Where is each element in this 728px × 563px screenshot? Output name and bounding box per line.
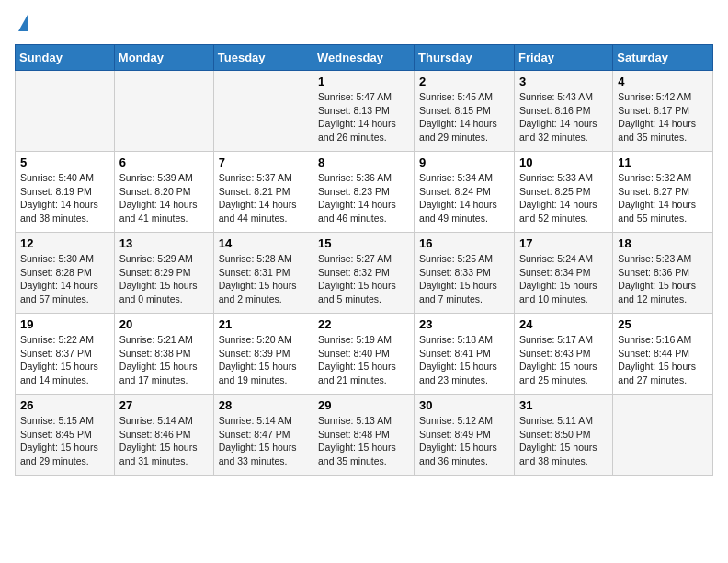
- day-info: Sunrise: 5:12 AM Sunset: 8:49 PM Dayligh…: [419, 414, 509, 468]
- header-saturday: Saturday: [613, 45, 713, 71]
- day-number: 17: [519, 236, 608, 250]
- calendar-cell: 24Sunrise: 5:17 AM Sunset: 8:43 PM Dayli…: [514, 314, 612, 395]
- calendar-cell: 21Sunrise: 5:20 AM Sunset: 8:39 PM Dayli…: [213, 314, 313, 395]
- day-number: 20: [119, 317, 209, 331]
- day-number: 31: [519, 398, 608, 412]
- day-number: 25: [618, 317, 708, 331]
- day-info: Sunrise: 5:19 AM Sunset: 8:40 PM Dayligh…: [318, 333, 409, 387]
- day-info: Sunrise: 5:28 AM Sunset: 8:31 PM Dayligh…: [219, 252, 308, 306]
- calendar-cell: [213, 71, 313, 152]
- calendar-cell: 4Sunrise: 5:42 AM Sunset: 8:17 PM Daylig…: [613, 71, 713, 152]
- day-number: 15: [318, 236, 409, 250]
- calendar-cell: 25Sunrise: 5:16 AM Sunset: 8:44 PM Dayli…: [613, 314, 713, 395]
- calendar-cell: 3Sunrise: 5:43 AM Sunset: 8:16 PM Daylig…: [514, 71, 612, 152]
- day-number: 9: [419, 155, 509, 169]
- day-info: Sunrise: 5:11 AM Sunset: 8:50 PM Dayligh…: [519, 414, 608, 468]
- calendar-cell: 11Sunrise: 5:32 AM Sunset: 8:27 PM Dayli…: [613, 152, 713, 233]
- day-number: 24: [519, 317, 608, 331]
- day-info: Sunrise: 5:43 AM Sunset: 8:16 PM Dayligh…: [519, 90, 608, 144]
- day-number: 28: [219, 398, 308, 412]
- day-info: Sunrise: 5:21 AM Sunset: 8:38 PM Dayligh…: [119, 333, 209, 387]
- header-sunday: Sunday: [16, 45, 115, 71]
- day-info: Sunrise: 5:37 AM Sunset: 8:21 PM Dayligh…: [219, 171, 308, 225]
- day-number: 16: [419, 236, 509, 250]
- header-tuesday: Tuesday: [213, 45, 313, 71]
- day-info: Sunrise: 5:27 AM Sunset: 8:32 PM Dayligh…: [318, 252, 409, 306]
- day-number: 4: [618, 75, 708, 88]
- calendar-cell: 7Sunrise: 5:37 AM Sunset: 8:21 PM Daylig…: [213, 152, 313, 233]
- day-info: Sunrise: 5:36 AM Sunset: 8:23 PM Dayligh…: [318, 171, 409, 225]
- day-number: 14: [219, 236, 308, 250]
- day-info: Sunrise: 5:29 AM Sunset: 8:29 PM Dayligh…: [119, 252, 209, 306]
- day-info: Sunrise: 5:33 AM Sunset: 8:25 PM Dayligh…: [519, 171, 608, 225]
- day-number: 6: [119, 155, 209, 169]
- header-wednesday: Wednesday: [313, 45, 415, 71]
- week-row-1: 1Sunrise: 5:47 AM Sunset: 8:13 PM Daylig…: [16, 71, 713, 152]
- day-info: Sunrise: 5:25 AM Sunset: 8:33 PM Dayligh…: [419, 252, 509, 306]
- day-info: Sunrise: 5:42 AM Sunset: 8:17 PM Dayligh…: [618, 90, 708, 144]
- calendar-cell: 15Sunrise: 5:27 AM Sunset: 8:32 PM Dayli…: [313, 233, 415, 314]
- calendar-cell: 23Sunrise: 5:18 AM Sunset: 8:41 PM Dayli…: [415, 314, 515, 395]
- calendar-cell: 28Sunrise: 5:14 AM Sunset: 8:47 PM Dayli…: [213, 395, 313, 476]
- day-number: 7: [219, 155, 308, 169]
- day-info: Sunrise: 5:15 AM Sunset: 8:45 PM Dayligh…: [20, 414, 109, 468]
- day-info: Sunrise: 5:39 AM Sunset: 8:20 PM Dayligh…: [119, 171, 209, 225]
- day-info: Sunrise: 5:30 AM Sunset: 8:28 PM Dayligh…: [20, 252, 109, 306]
- day-info: Sunrise: 5:22 AM Sunset: 8:37 PM Dayligh…: [20, 333, 109, 387]
- page-header: [15, 15, 713, 33]
- calendar-cell: 2Sunrise: 5:45 AM Sunset: 8:15 PM Daylig…: [415, 71, 515, 152]
- calendar-cell: 22Sunrise: 5:19 AM Sunset: 8:40 PM Dayli…: [313, 314, 415, 395]
- logo-triangle-icon: [18, 15, 28, 31]
- calendar-cell: 10Sunrise: 5:33 AM Sunset: 8:25 PM Dayli…: [514, 152, 612, 233]
- calendar-cell: 6Sunrise: 5:39 AM Sunset: 8:20 PM Daylig…: [114, 152, 213, 233]
- day-info: Sunrise: 5:34 AM Sunset: 8:24 PM Dayligh…: [419, 171, 509, 225]
- day-number: 21: [219, 317, 308, 331]
- calendar-cell: [613, 395, 713, 476]
- calendar-cell: [16, 71, 115, 152]
- calendar-cell: 5Sunrise: 5:40 AM Sunset: 8:19 PM Daylig…: [16, 152, 115, 233]
- calendar-cell: 1Sunrise: 5:47 AM Sunset: 8:13 PM Daylig…: [313, 71, 415, 152]
- calendar-cell: 8Sunrise: 5:36 AM Sunset: 8:23 PM Daylig…: [313, 152, 415, 233]
- calendar-cell: 9Sunrise: 5:34 AM Sunset: 8:24 PM Daylig…: [415, 152, 515, 233]
- calendar-cell: 26Sunrise: 5:15 AM Sunset: 8:45 PM Dayli…: [16, 395, 115, 476]
- week-row-2: 5Sunrise: 5:40 AM Sunset: 8:19 PM Daylig…: [16, 152, 713, 233]
- calendar-cell: 27Sunrise: 5:14 AM Sunset: 8:46 PM Dayli…: [114, 395, 213, 476]
- calendar-table: SundayMondayTuesdayWednesdayThursdayFrid…: [15, 44, 713, 476]
- day-info: Sunrise: 5:14 AM Sunset: 8:46 PM Dayligh…: [119, 414, 209, 468]
- day-info: Sunrise: 5:47 AM Sunset: 8:13 PM Dayligh…: [318, 90, 409, 144]
- calendar-cell: 18Sunrise: 5:23 AM Sunset: 8:36 PM Dayli…: [613, 233, 713, 314]
- day-number: 26: [20, 398, 109, 412]
- day-info: Sunrise: 5:20 AM Sunset: 8:39 PM Dayligh…: [219, 333, 308, 387]
- day-info: Sunrise: 5:14 AM Sunset: 8:47 PM Dayligh…: [219, 414, 308, 468]
- day-info: Sunrise: 5:40 AM Sunset: 8:19 PM Dayligh…: [20, 171, 109, 225]
- day-number: 18: [618, 236, 708, 250]
- calendar-cell: 13Sunrise: 5:29 AM Sunset: 8:29 PM Dayli…: [114, 233, 213, 314]
- day-info: Sunrise: 5:16 AM Sunset: 8:44 PM Dayligh…: [618, 333, 708, 387]
- day-number: 23: [419, 317, 509, 331]
- calendar-cell: 19Sunrise: 5:22 AM Sunset: 8:37 PM Dayli…: [16, 314, 115, 395]
- header-monday: Monday: [114, 45, 213, 71]
- calendar-cell: 17Sunrise: 5:24 AM Sunset: 8:34 PM Dayli…: [514, 233, 612, 314]
- calendar-cell: 16Sunrise: 5:25 AM Sunset: 8:33 PM Dayli…: [415, 233, 515, 314]
- day-number: 29: [318, 398, 409, 412]
- calendar-cell: 20Sunrise: 5:21 AM Sunset: 8:38 PM Dayli…: [114, 314, 213, 395]
- day-number: 8: [318, 155, 409, 169]
- day-info: Sunrise: 5:18 AM Sunset: 8:41 PM Dayligh…: [419, 333, 509, 387]
- day-number: 19: [20, 317, 109, 331]
- day-number: 10: [519, 155, 608, 169]
- day-number: 12: [20, 236, 109, 250]
- calendar-cell: 14Sunrise: 5:28 AM Sunset: 8:31 PM Dayli…: [213, 233, 313, 314]
- calendar-header-row: SundayMondayTuesdayWednesdayThursdayFrid…: [16, 45, 713, 71]
- day-number: 11: [618, 155, 708, 169]
- calendar-cell: 29Sunrise: 5:13 AM Sunset: 8:48 PM Dayli…: [313, 395, 415, 476]
- day-number: 5: [20, 155, 109, 169]
- day-number: 27: [119, 398, 209, 412]
- day-number: 3: [519, 75, 608, 88]
- week-row-5: 26Sunrise: 5:15 AM Sunset: 8:45 PM Dayli…: [16, 395, 713, 476]
- week-row-3: 12Sunrise: 5:30 AM Sunset: 8:28 PM Dayli…: [16, 233, 713, 314]
- calendar-cell: [114, 71, 213, 152]
- day-info: Sunrise: 5:17 AM Sunset: 8:43 PM Dayligh…: [519, 333, 608, 387]
- calendar-cell: 12Sunrise: 5:30 AM Sunset: 8:28 PM Dayli…: [16, 233, 115, 314]
- week-row-4: 19Sunrise: 5:22 AM Sunset: 8:37 PM Dayli…: [16, 314, 713, 395]
- day-info: Sunrise: 5:23 AM Sunset: 8:36 PM Dayligh…: [618, 252, 708, 306]
